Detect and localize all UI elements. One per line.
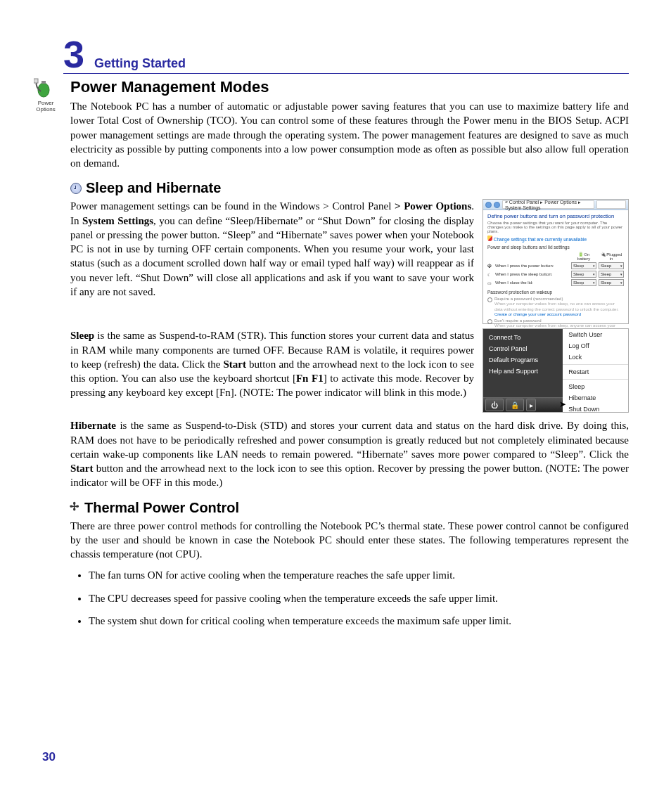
row3-label: When I close the lid: [495,281,569,285]
submenu-item: Log Off [563,340,628,352]
page-number: 30 [42,750,56,764]
text: button and the arrowhead next to the loc… [70,463,629,488]
nav-fwd-icon [494,202,500,208]
text: Require a password (recommended) [494,297,563,301]
dropdown: Sleep [571,262,596,269]
submenu-item: Sleep [563,381,628,392]
dropdown: Sleep [599,262,624,269]
section-heading-power-modes: Power Management Modes [70,78,629,96]
dropdown: Sleep [599,271,624,278]
bullet-item: The fan turns ON for active cooling when… [89,568,629,582]
text: Change settings that are currently unava… [494,237,587,242]
screenshot-start-menu: Connect To Control Panel Default Program… [483,328,629,413]
bold-text: Start [70,463,94,474]
screenshot-power-options-dialog: « Control Panel ▸ Power Options ▸ System… [483,199,629,324]
submenu-item: Hibernate [563,392,628,404]
settings-table: 🔋 On battery 🔌 Plugged in ⏻When I press … [487,252,624,286]
section2-para2: Sleep is the same as Suspend-to-RAM (STR… [70,328,474,399]
power-options-icon-block: Power Options [28,76,63,112]
menu-item: Control Panel [483,343,563,354]
link-text: Create or change your user account passw… [494,312,581,316]
menu-item: Connect To [483,332,563,343]
dialog-link: Change settings that are currently unava… [487,236,624,242]
section2-heading-text: Sleep and Hibernate [86,180,221,196]
submenu-item: Switch User [563,329,628,340]
shield-icon [487,236,492,241]
cursor-icon: ➤ [559,399,566,409]
power-icon: ⏻ [485,399,504,411]
section2-para3: Hibernate is the same as Suspend-to-Disk… [70,418,629,489]
bold-text: Sleep [70,330,94,341]
dialog-heading: Define power buttons and turn on passwor… [487,213,624,219]
breadcrumb-bar: « Control Panel ▸ Power Options ▸ System… [502,200,594,209]
row-icon: ▭ [487,281,493,285]
chapter-title: Getting Started [94,56,186,71]
sleep-block-1: Power management settings can be found i… [70,199,629,324]
clock-icon [70,183,82,194]
bold-text: Start [224,359,247,370]
section-heading-sleep-hibernate: Sleep and Hibernate [70,180,629,196]
text: Power management settings can be found i… [70,200,395,212]
section1-para: The Notebook PC has a number of automati… [70,99,629,170]
radio-icon [487,319,492,324]
text: , you can define “Sleep/Hibernate” or “S… [70,215,474,297]
start-menu-left-panel: Connect To Control Panel Default Program… [483,329,563,412]
radio-opt-1: Require a password (recommended)When you… [487,297,624,317]
submenu-item: Shut Down [563,404,628,415]
dropdown: Sleep [599,279,624,286]
menu-item: Default Programs [483,354,563,366]
chapter-header: 3 Getting Started [63,35,629,74]
row-icon: ⏻ [487,264,493,268]
text: On battery [577,252,590,261]
dropdown: Sleep [571,271,596,278]
bold-text: Hibernate [70,420,116,431]
radio-icon [487,297,492,302]
row2-label: When I press the sleep button: [495,272,569,276]
row1-label: When I press the power button: [495,264,569,268]
start-menu-power-bar: ⏻ 🔒 ▸ [483,397,563,412]
svg-rect-2 [34,79,38,83]
text: Plugged in [606,252,622,261]
text: When your computer wakes from sleep, no … [494,302,619,311]
content-area: Power Management Modes The Notebook PC h… [70,78,629,628]
col-battery: 🔋 On battery [571,252,596,261]
nav-back-icon [485,202,492,208]
text: Don't require a password [494,318,542,323]
section-label-2: Password protection on wakeup [487,290,624,295]
start-menu-submenu: Switch User Log Off Lock Restart Sleep H… [563,329,628,412]
arrow-icon: ▸ [526,399,536,411]
submenu-item: Lock [563,352,628,363]
svg-rect-1 [41,81,46,84]
text: is the same as Suspend-to-Disk (STD) and… [70,420,629,460]
search-box [596,200,626,209]
section3-intro: There are three power control methods fo… [70,519,629,562]
bullet-item: The system shut down for critical coolin… [89,614,629,628]
thermal-bullet-list: The fan turns ON for active cooling when… [70,568,629,628]
bold-text: System Settings [82,215,153,226]
row-icon: ☾ [487,272,493,277]
submenu-item: Restart [563,366,628,378]
sleep-block-2: Sleep is the same as Suspend-to-RAM (STR… [70,328,629,413]
dialog-subtext: Choose the power settings that you want … [487,221,624,233]
menu-item: Help and Support [483,366,563,377]
section-heading-thermal: Thermal Power Control [70,500,629,516]
bold-text: Fn F1 [296,373,324,384]
section-label: Power and sleep buttons and lid settings [487,245,624,250]
fan-icon [70,503,80,513]
battery-plug-icon [34,76,58,98]
bullet-item: The CPU decreases speed for passive cool… [89,591,629,605]
power-options-icon-label: Power Options [28,100,63,112]
dropdown: Sleep [571,279,596,286]
bold-text: > Power Options [395,200,471,212]
lock-icon: 🔒 [506,399,524,411]
chapter-number: 3 [63,35,84,73]
col-plugged: 🔌 Plugged in [599,252,624,261]
section2-para1: Power management settings can be found i… [70,199,474,299]
page: 3 Getting Started Power Options Power Ma… [0,0,671,812]
section3-heading-text: Thermal Power Control [84,500,239,516]
